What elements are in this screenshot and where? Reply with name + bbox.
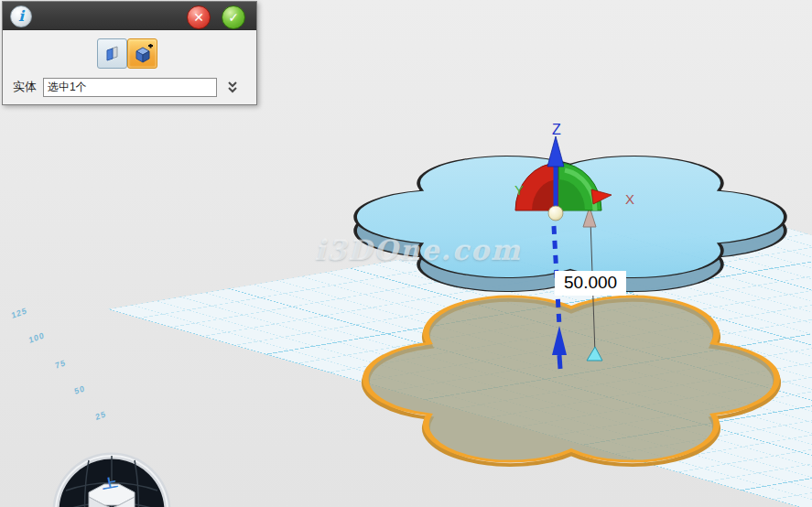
- dimension-base-marker: [587, 347, 602, 361]
- copy-mode-button[interactable]: [127, 38, 157, 69]
- dimension-value[interactable]: 50.000: [555, 271, 626, 296]
- gizmo-center-handle: [548, 206, 563, 221]
- confirm-button[interactable]: ✓: [222, 5, 245, 29]
- copy-icon: [133, 44, 153, 64]
- cancel-button[interactable]: ✕: [187, 5, 211, 29]
- expand-chevron-icon[interactable]: [225, 80, 240, 94]
- move-dialog: i ✕ ✓ 实体: [2, 1, 257, 105]
- move-icon: [103, 45, 122, 63]
- gizmo-z-arrow: [547, 136, 564, 167]
- entity-label: 实体: [13, 79, 37, 95]
- entity-input[interactable]: [43, 78, 217, 97]
- mode-toggle-row: [3, 37, 256, 70]
- info-icon[interactable]: i: [10, 5, 32, 27]
- gizmo-x-label: X: [625, 191, 634, 207]
- z-drag-line[interactable]: [552, 226, 567, 369]
- gizmo-z-label: Z: [552, 122, 561, 137]
- move-mode-button[interactable]: [97, 38, 127, 69]
- view-cube-top-label[interactable]: 上: [100, 475, 118, 491]
- entity-field-row: 实体: [3, 75, 256, 99]
- gizmo-y-label: Y: [514, 182, 524, 198]
- view-cube[interactable]: 上 左 前: [48, 440, 176, 507]
- canvas-viewport[interactable]: 125 100 75 50 25: [0, 0, 812, 507]
- dialog-header[interactable]: i ✕ ✓: [3, 2, 256, 30]
- move-gizmo[interactable]: Z Y X: [514, 122, 634, 221]
- gizmo-x-arrow: [591, 189, 612, 204]
